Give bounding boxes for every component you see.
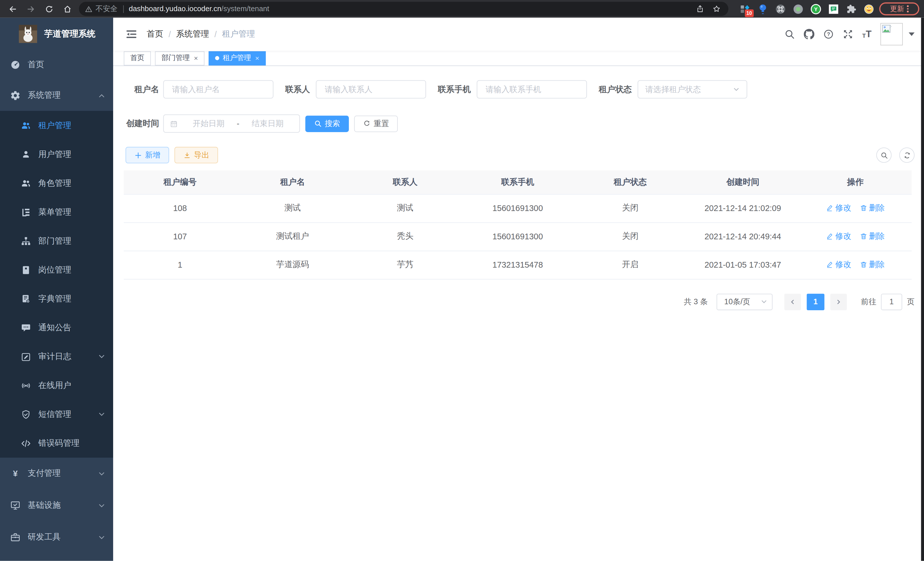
- sidebar-subitem[interactable]: 租户管理: [0, 111, 113, 140]
- home-icon[interactable]: [61, 2, 74, 15]
- delete-button[interactable]: 删除: [860, 259, 885, 270]
- badge-icon: [21, 265, 31, 275]
- avatar-dropdown-icon[interactable]: [909, 32, 915, 36]
- goto-page-input[interactable]: [881, 293, 902, 310]
- tab-租户管理[interactable]: 租户管理×: [208, 51, 266, 65]
- tab-部门管理[interactable]: 部门管理×: [155, 51, 204, 65]
- delete-button[interactable]: 删除: [860, 231, 885, 242]
- page-number-button[interactable]: 1: [807, 293, 825, 310]
- contact-label: 联系人: [285, 84, 310, 95]
- users-icon: [21, 178, 31, 188]
- sidebar-item-home[interactable]: 首页: [0, 50, 113, 80]
- code-icon: [21, 438, 31, 448]
- sidebar-subitem[interactable]: 部门管理: [0, 226, 113, 255]
- breadcrumb-system[interactable]: 系统管理: [176, 29, 209, 39]
- chevron-right-icon: [836, 299, 842, 305]
- extensions-bar: 10Y: [740, 0, 874, 18]
- search-icon[interactable]: [784, 29, 795, 39]
- column-header: 租户编号: [124, 170, 236, 194]
- broken-image-icon: [882, 25, 892, 34]
- extension-emoji-icon[interactable]: [863, 3, 874, 14]
- scrollbar-track[interactable]: [921, 18, 924, 561]
- extension-puzzle-icon[interactable]: [846, 3, 857, 14]
- sidebar-item[interactable]: ¥支付管理: [0, 458, 113, 490]
- chevron-left-icon: [790, 299, 796, 305]
- extension-command-icon[interactable]: [775, 3, 786, 14]
- edit-button[interactable]: 修改: [826, 231, 851, 242]
- sidebar-subitem[interactable]: 菜单管理: [0, 198, 113, 226]
- extension-record-dot-icon[interactable]: [793, 3, 804, 14]
- breadcrumb: 首页 / 系统管理 / 租户管理: [147, 29, 255, 39]
- prev-page-button[interactable]: [784, 293, 801, 310]
- extension-balloon-icon[interactable]: [757, 3, 768, 14]
- sidebar-item[interactable]: 基础设施: [0, 490, 113, 521]
- share-icon[interactable]: [694, 3, 706, 15]
- sidebar-subitem[interactable]: 在线用户: [0, 371, 113, 400]
- browser-menu-icon[interactable]: [907, 5, 909, 12]
- table-row: 108测试测试15601691300关闭2021-12-14 21:02:09修…: [124, 194, 912, 223]
- address-bar[interactable]: 不安全 dashboard.yudao.iocoder.cn/system/te…: [79, 2, 728, 16]
- sidebar-subitem[interactable]: 错误码管理: [0, 429, 113, 457]
- edit-button[interactable]: 修改: [826, 203, 851, 213]
- refresh-table-button[interactable]: [899, 147, 915, 163]
- tenant-name-input[interactable]: [171, 84, 266, 94]
- contact-input[interactable]: [323, 84, 418, 94]
- contact-input-wrap: [316, 80, 426, 99]
- chevron-down-icon: [761, 299, 767, 305]
- font-size-icon[interactable]: TT: [862, 29, 872, 39]
- edit-icon: [21, 351, 31, 362]
- forward-icon[interactable]: [24, 2, 37, 15]
- extension-yudao-icon[interactable]: Y: [810, 3, 821, 14]
- delete-button[interactable]: 删除: [860, 203, 885, 213]
- back-icon[interactable]: [6, 2, 19, 15]
- fullscreen-icon[interactable]: [843, 29, 854, 39]
- add-button[interactable]: 新增: [125, 147, 169, 164]
- app-logo[interactable]: 芋道管理系统: [0, 18, 113, 50]
- close-icon[interactable]: ×: [194, 55, 198, 62]
- export-button[interactable]: 导出: [175, 147, 218, 164]
- sidebar-menu: 首页系统管理租户管理用户管理角色管理菜单管理部门管理岗位管理字典管理通知公告审计…: [0, 50, 113, 553]
- search-icon: [880, 151, 888, 159]
- sidebar-subitem[interactable]: 字典管理: [0, 284, 113, 313]
- toggle-search-button[interactable]: [876, 147, 892, 163]
- extension-squares-diamond-icon[interactable]: 10: [740, 3, 751, 14]
- breadcrumb-home[interactable]: 首页: [147, 29, 164, 39]
- chevron-down-icon: [98, 502, 105, 509]
- end-date-placeholder: 结束日期: [242, 118, 293, 129]
- sidebar-subitem[interactable]: 短信管理: [0, 400, 113, 429]
- date-range-picker[interactable]: 开始日期 - 结束日期: [163, 114, 300, 133]
- mobile-input[interactable]: [484, 84, 579, 94]
- yen-icon: ¥: [10, 468, 21, 479]
- reset-button[interactable]: 重置: [354, 115, 398, 132]
- next-page-button[interactable]: [830, 293, 847, 310]
- gauge-icon: [10, 59, 21, 70]
- mobile-input-wrap: [477, 80, 587, 99]
- sidebar-subitem[interactable]: 岗位管理: [0, 255, 113, 284]
- edit-button[interactable]: 修改: [826, 259, 851, 270]
- chrome-update-button[interactable]: 更新: [879, 2, 919, 15]
- omnibox-divider: [123, 5, 123, 13]
- chevron-down-icon: [98, 470, 105, 477]
- tab-首页[interactable]: 首页: [124, 51, 151, 65]
- search-icon: [314, 120, 322, 128]
- pagination: 共 3 条 10条/页 1 前往: [113, 293, 915, 310]
- sidebar-collapse-icon[interactable]: [125, 28, 137, 40]
- avatar[interactable]: [880, 23, 903, 45]
- sidebar-subitem[interactable]: 用户管理: [0, 140, 113, 169]
- system-submenu: 租户管理用户管理角色管理菜单管理部门管理岗位管理字典管理通知公告审计日志在线用户…: [0, 111, 113, 458]
- sidebar-item[interactable]: 研发工具: [0, 521, 113, 553]
- github-icon[interactable]: [804, 29, 814, 39]
- sidebar-item-system[interactable]: 系统管理: [0, 80, 113, 111]
- status-select[interactable]: 请选择租户状态: [638, 80, 747, 99]
- reload-icon[interactable]: [43, 2, 56, 15]
- sidebar-subitem[interactable]: 审计日志: [0, 342, 113, 371]
- page-size-select[interactable]: 10条/页: [717, 293, 772, 310]
- search-button[interactable]: 搜索: [305, 115, 349, 132]
- sidebar-subitem[interactable]: 通知公告: [0, 313, 113, 342]
- extension-chat-green-icon[interactable]: [828, 3, 839, 14]
- page-content: 租户名 联系人 联系手机 租户状态: [113, 66, 924, 561]
- sidebar-subitem[interactable]: 角色管理: [0, 169, 113, 198]
- bookmark-star-icon[interactable]: [711, 3, 722, 15]
- help-icon[interactable]: ?: [824, 29, 834, 39]
- close-icon[interactable]: ×: [255, 55, 259, 62]
